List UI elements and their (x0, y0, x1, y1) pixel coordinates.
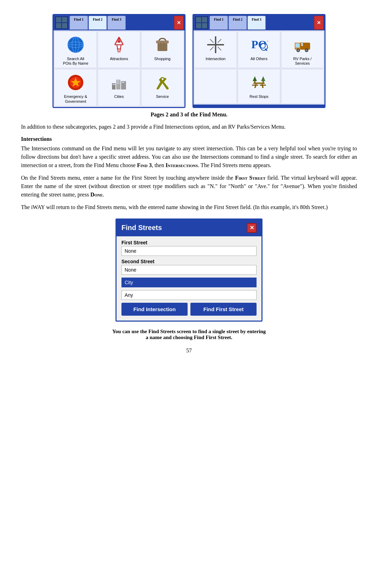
cell-emergency-label: Emergency &Government (64, 94, 87, 103)
panel1-close[interactable]: ✕ (174, 16, 184, 30)
panel2-logo (194, 16, 209, 30)
cell-service-label: Service (156, 94, 169, 99)
svg-line-48 (218, 47, 221, 50)
cell-rest-stops[interactable]: Rest Stops (238, 69, 280, 104)
cell-empty-1 (194, 69, 237, 104)
inline-intersections: Intersections (166, 162, 198, 168)
svg-rect-32 (118, 80, 119, 81)
svg-rect-1 (56, 17, 61, 22)
intersections-heading: Intersections (21, 136, 357, 142)
find-streets-dialog: Find Streets ✕ First Street None Second … (115, 218, 262, 322)
panel1-header: Find 1 Find 2 Find 3 ✕ (54, 15, 184, 30)
para3: The iWAY will return to the Find Streets… (21, 203, 357, 211)
inline-done: Done (90, 192, 103, 198)
cell-empty-2 (281, 69, 324, 104)
inline-find3: Find 3 (137, 162, 152, 168)
svg-rect-33 (117, 83, 118, 84)
panel2-tab3[interactable]: Find 3 (247, 16, 266, 30)
svg-rect-55 (295, 43, 300, 48)
shopping-icon (152, 34, 173, 55)
cell-shopping[interactable]: Shopping (141, 31, 184, 68)
cell-attractions-label: Attractions (110, 57, 128, 61)
emergency-icon (65, 72, 86, 93)
dialog-header: Find Streets ✕ (117, 220, 261, 236)
inline-first-street: First Street (235, 175, 266, 181)
cell-rv-parks-label: RV Parks /Services (293, 57, 312, 66)
p2-tab1-title: Find 1 (214, 17, 224, 21)
city-label-selected[interactable]: City (121, 278, 257, 287)
cell-cities-label: Cities (114, 94, 124, 99)
find-menu-panel-2: Find 1 Find 2 Find 3 ✕ (192, 14, 326, 108)
panel1-tab1[interactable]: Find 1 (70, 16, 88, 30)
svg-rect-29 (113, 84, 114, 85)
menus-caption: Pages 2 and 3 of the Find Menu. (21, 112, 357, 118)
svg-rect-63 (261, 84, 264, 88)
cell-intersection-label: Intersection (206, 57, 226, 61)
cell-cities[interactable]: Cities (98, 69, 140, 106)
svg-line-45 (210, 39, 214, 43)
svg-line-46 (218, 39, 221, 43)
panel2-header: Find 1 Find 2 Find 3 ✕ (194, 15, 324, 30)
find-first-street-button[interactable]: Find First Street (190, 303, 257, 316)
globe-icon (65, 34, 86, 55)
cell-search-all[interactable]: Search AllPOIs By Name (54, 31, 97, 68)
svg-rect-35 (122, 82, 123, 83)
svg-rect-40 (202, 17, 207, 22)
first-street-value[interactable]: None (121, 246, 257, 256)
cell-rest-stops-label: Rest Stops (250, 94, 268, 99)
tab1-title: Find 1 (74, 17, 84, 21)
panel2-close[interactable]: ✕ (314, 16, 324, 30)
cell-emergency[interactable]: Emergency &Government (54, 69, 97, 106)
cell-service[interactable]: Service (141, 69, 184, 106)
panel2-grid: Intersection POI All Others (194, 30, 324, 105)
svg-rect-69 (262, 81, 264, 83)
bottom-caption: You can use the Find Streets screen to f… (21, 329, 357, 340)
svg-rect-34 (118, 83, 119, 84)
intersection-icon (205, 34, 226, 55)
p2-tab3-title: Find 3 (252, 17, 261, 21)
dialog-body: First Street None Second Street None Cit… (117, 236, 261, 321)
tower-icon (108, 34, 130, 55)
svg-marker-68 (261, 76, 265, 81)
second-street-value[interactable]: None (121, 265, 257, 275)
cities-icon (108, 72, 130, 93)
panel2-tab2[interactable]: Find 2 (229, 16, 247, 30)
cell-rv-parks[interactable]: RV Parks /Services (281, 31, 324, 68)
svg-rect-4 (62, 23, 67, 28)
find-menu-panel-1: Find 1 Find 2 Find 3 ✕ (52, 14, 186, 108)
svg-rect-41 (196, 23, 201, 28)
svg-rect-30 (114, 84, 115, 85)
city-value[interactable]: Any (121, 290, 257, 300)
svg-rect-62 (254, 84, 257, 88)
cell-all-others[interactable]: POI All Others (238, 31, 280, 68)
panel1-logo (54, 16, 69, 30)
cell-attractions[interactable]: Attractions (98, 31, 140, 68)
svg-rect-67 (254, 81, 255, 83)
svg-rect-56 (301, 43, 303, 46)
cell-search-all-label: Search AllPOIs By Name (63, 57, 89, 66)
rv-icon (292, 34, 313, 55)
cell-intersection[interactable]: Intersection (194, 31, 237, 68)
svg-rect-3 (56, 23, 61, 28)
tab2-title: Find 2 (93, 17, 103, 21)
panel1-tab3[interactable]: Find 3 (107, 16, 126, 30)
svg-rect-36 (123, 82, 124, 83)
find-menus-container: Find 1 Find 2 Find 3 ✕ (21, 14, 357, 108)
p2-tab2-title: Find 2 (233, 17, 243, 21)
dialog-buttons: Find Intersection Find First Street (121, 303, 257, 317)
svg-rect-64 (252, 85, 258, 86)
svg-rect-20 (156, 41, 169, 43)
para1: The Intersections command on the Find me… (21, 144, 357, 170)
svg-rect-42 (202, 23, 207, 28)
poi-icon: POI (248, 34, 270, 55)
panel1-tab2[interactable]: Find 2 (89, 16, 107, 30)
dialog-close-button[interactable]: ✕ (247, 223, 257, 233)
svg-line-47 (210, 47, 214, 50)
panel1-grid: Search AllPOIs By Name (54, 30, 184, 107)
para2: On the Find Streets menu, enter a name f… (21, 174, 357, 199)
cell-all-others-label: All Others (251, 57, 267, 61)
find-intersection-button[interactable]: Find Intersection (121, 303, 188, 316)
empty-icon-2 (292, 72, 313, 93)
first-street-label: First Street (121, 240, 257, 245)
panel2-tab1[interactable]: Find 1 (210, 16, 228, 30)
